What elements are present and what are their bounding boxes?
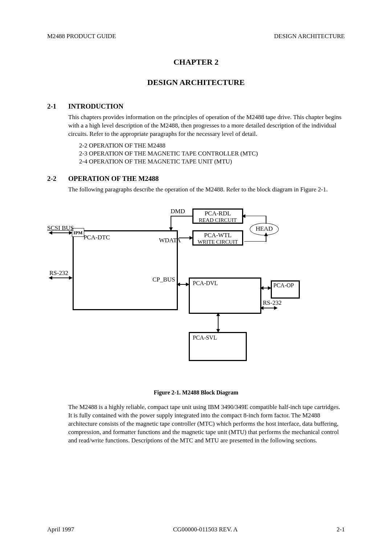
label-wdata: WDATA [159, 237, 181, 244]
connector-dmd-h [171, 216, 192, 216]
section-title: INTRODUCTION [68, 102, 123, 110]
connector-rdl-head-v [266, 216, 266, 224]
arrowhead-icon [216, 312, 220, 316]
label-head: HEAD [256, 225, 273, 232]
box-pca-rdl: PCA-RDL READ CIRCUIT [192, 208, 243, 224]
figure-caption: Figure 2-1. M2488 Block Diagram [47, 389, 345, 396]
box-pca-svl: PCA-SVL [189, 332, 247, 361]
label-pca-wtl: PCA-WTL [193, 232, 242, 239]
section-body: The following paragraphs describe the op… [68, 186, 345, 194]
section-body: This chapters provides information on th… [68, 113, 345, 138]
arrowhead-icon [189, 236, 193, 240]
label-pca-dvl: PCA-DVL [193, 280, 218, 286]
arrowhead-icon [260, 306, 264, 310]
box-pca-op: PCA-OP [271, 280, 300, 299]
page-footer: April 1997 CG00000-011503 REV. A 2-1 [47, 526, 345, 533]
footer-right: 2-1 [336, 526, 345, 533]
label-read-circuit: READ CIRCUIT [193, 217, 242, 223]
arrowhead-icon [176, 283, 180, 286]
page-title: DESIGN ARCHITECTURE [47, 78, 345, 87]
toc-item: 2-4 OPERATION OF THE MAGNETIC TAPE UNIT … [79, 158, 345, 165]
label-write-circuit: WRITE CIRCUIT [193, 239, 242, 245]
body-after-figure: The M2488 is a highly reliable, compact … [68, 403, 345, 445]
footer-center: CG00000-011503 REV. A [173, 526, 238, 533]
label-pca-rdl: PCA-RDL [193, 210, 242, 217]
label-rs232-right: RS-232 [263, 299, 282, 307]
label-pca-dtc: PCA-DTC [83, 234, 110, 241]
header-right: DESIGN ARCHITECTURE [274, 33, 345, 40]
section-heading-2-2: 2-2 OPERATION OF THE M2488 [47, 175, 345, 183]
footer-left: April 1997 [47, 526, 74, 533]
section-heading-2-1: 2-1 INTRODUCTION [47, 102, 345, 110]
arrowhead-icon [274, 306, 278, 310]
connector-rdl-head [244, 216, 266, 216]
label-rs232-left: RS-232 [49, 270, 68, 277]
label-pca-op: PCA-OP [273, 282, 294, 288]
arrowhead-icon [216, 329, 220, 333]
header-left: M2488 PRODUCT GUIDE [47, 33, 116, 40]
section-number: 2-2 [47, 175, 68, 183]
label-dmd: DMD [171, 208, 185, 215]
chapter-label: CHAPTER 2 [47, 57, 345, 67]
arrowhead-icon [186, 283, 189, 286]
arrowhead-icon [169, 227, 173, 231]
section-title: OPERATION OF THE M2488 [68, 175, 159, 183]
label-ipm: IPM [73, 230, 82, 235]
section-number: 2-1 [47, 102, 68, 110]
connector-wtl-head [244, 241, 266, 242]
arrowhead-icon [260, 286, 264, 290]
arrowhead-icon [268, 286, 271, 290]
label-pca-svl: PCA-SVL [193, 335, 217, 341]
arrowhead-icon [69, 276, 73, 280]
arrowhead-icon [264, 232, 268, 236]
page: M2488 PRODUCT GUIDE DESIGN ARCHITECTURE … [0, 0, 392, 555]
page-header: M2488 PRODUCT GUIDE DESIGN ARCHITECTURE [47, 33, 345, 40]
toc-item: 2-2 OPERATION OF THE M2488 [79, 142, 345, 149]
arrowhead-icon [242, 214, 245, 218]
block-diagram: PCA-DTC IPM SCSI BUS RS-232 PCA-RDL READ… [47, 205, 345, 383]
label-cpbus: CP_BUS [152, 276, 175, 283]
label-scsi-bus: SCSI BUS [47, 224, 74, 232]
box-pca-wtl: PCA-WTL WRITE CIRCUIT [192, 230, 243, 246]
box-pca-dvl: PCA-DVL [189, 278, 261, 314]
toc-item: 2-3 OPERATION OF THE MAGNETIC TAPE CONTR… [79, 150, 345, 157]
